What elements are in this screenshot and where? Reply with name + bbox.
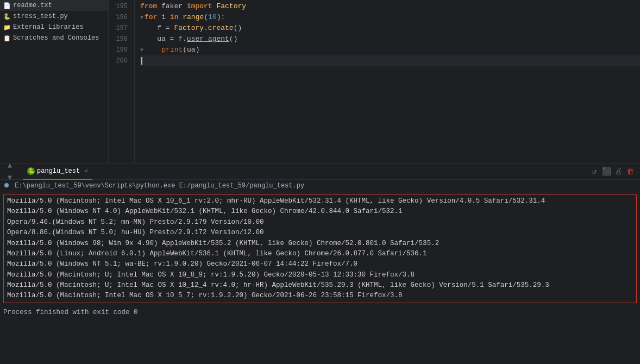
code-line-198: ua = f.user_agent() [140,34,640,45]
python-tab-icon: 🐍 [27,167,35,175]
output-box: Mozilla/5.0 (Macintosh; Intel Mac OS X 1… [3,194,637,303]
editor-area: 195 196 197 198 199 200 from faker impor… [109,0,640,163]
trash-button[interactable]: 🗑 [625,166,636,177]
output-line-3: Opera/9.46.(Windows NT 5.2; mn-MN) Prest… [7,217,633,228]
command-text: E:\panglu_test_59\venv\Scripts\python.ex… [15,182,304,190]
panel-tabs: ▲ ▼ 🐍 panglu_test ✕ ↺ ⬛ 🖨 🗑 [0,164,640,180]
output-line-9: Mozilla/5.0 (Macintosh; U; Intel Mac OS … [7,280,633,291]
print-button[interactable]: 🖨 [613,166,624,177]
doc-icon: 📄 [3,2,11,9]
line-num-199: 199 [109,45,128,55]
tab-close-button[interactable]: ✕ [84,167,88,175]
command-line: E:\panglu_test_59\venv\Scripts\python.ex… [0,180,640,192]
rerun-button[interactable]: ↺ [589,166,600,177]
bottom-panel: ▲ ▼ 🐍 panglu_test ✕ ↺ ⬛ 🖨 🗑 E:\panglu_te… [0,163,640,364]
scroll-up-button[interactable]: ▲ [4,160,15,171]
folder-icon: 📁 [3,23,11,31]
sidebar-label-readme: readme.txt [13,2,52,9]
code-line-195: from faker import Factory [140,1,640,12]
code-container: 195 196 197 198 199 200 from faker impor… [109,0,640,163]
python-icon: 🐍 [3,12,11,20]
sidebar-label-stress-test: stress_test.py [13,12,68,20]
code-lines[interactable]: from faker import Factory ▼for i in rang… [135,0,640,163]
output-line-7: Mozilla/5.0 (Windows NT 5.1; wa-BE; rv:1… [7,259,633,269]
fold-arrow-196[interactable]: ▼ [140,15,143,21]
fold-arrow-199[interactable]: ▼ [140,47,143,53]
code-line-199: ▼ print(ua) [140,45,640,55]
exit-message: Process finished with exit code 0 [3,305,637,320]
sidebar-item-scratches[interactable]: 📋 Scratches and Consoles [0,33,108,43]
run-indicator [4,183,9,187]
output-line-8: Mozilla/5.0 (Macintosh; U; Intel Mac OS … [7,270,633,280]
output-line-2: Mozilla/5.0 (Windows NT 4.0) AppleWebKit… [7,206,633,217]
code-line-200[interactable] [140,55,640,66]
line-num-195: 195 [109,1,128,12]
sidebar-item-readme[interactable]: 📄 readme.txt [0,0,108,11]
tab-label: panglu_test [37,167,80,175]
sidebar-label-scratches: Scratches and Consoles [13,34,99,42]
stop-button[interactable]: ⬛ [601,166,612,177]
code-line-196: ▼for i in range(10): [140,12,640,23]
line-numbers: 195 196 197 198 199 200 [109,0,135,163]
code-line-197: f = Factory.create() [140,23,640,34]
line-num-200: 200 [109,55,128,66]
line-num-198: 198 [109,34,128,45]
tab-panglu-test[interactable]: 🐍 panglu_test ✕ [23,164,92,180]
output-line-4: Opera/8.86.(Windows NT 5.0; hu-HU) Prest… [7,228,633,238]
terminal-output: Mozilla/5.0 (Macintosh; Intel Mac OS X 1… [0,192,640,364]
scratches-icon: 📋 [3,34,11,42]
output-line-10: Mozilla/5.0 (Macintosh; Intel Mac OS X 1… [7,291,633,301]
output-line-1: Mozilla/5.0 (Macintosh; Intel Mac OS X 1… [7,196,633,206]
panel-controls: ↺ ⬛ 🖨 🗑 [589,166,640,177]
line-num-196: 196 [109,12,128,23]
line-num-197: 197 [109,23,128,34]
sidebar-label-ext-libraries: External Libraries [13,23,84,31]
sidebar: 📄 readme.txt 🐍 stress_test.py 📁 External… [0,0,109,163]
sidebar-item-ext-libraries[interactable]: 📁 External Libraries [0,22,108,33]
sidebar-item-stress-test[interactable]: 🐍 stress_test.py [0,11,108,22]
output-line-5: Mozilla/5.0 (Windows 98; Win 9x 4.90) Ap… [7,239,633,249]
output-line-6: Mozilla/5.0 (Linux; Android 6.0.1) Apple… [7,249,633,259]
